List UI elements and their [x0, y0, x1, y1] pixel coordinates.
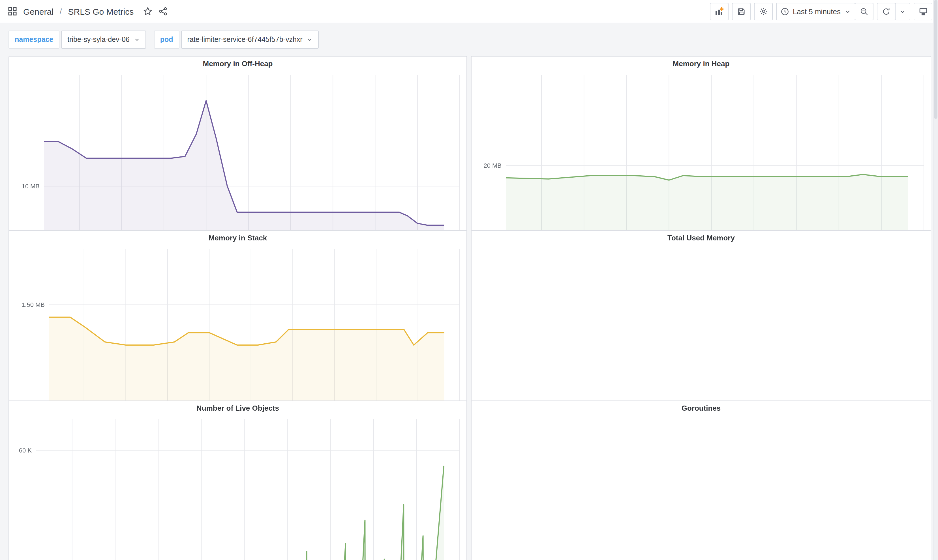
time-range-label: Last 5 minutes — [793, 7, 841, 15]
chevron-down-icon — [134, 37, 140, 42]
save-icon — [737, 7, 746, 15]
scrollbar-thumb[interactable] — [934, 0, 938, 119]
dashboard-settings-button[interactable] — [754, 3, 773, 20]
gear-icon — [759, 7, 768, 16]
svg-text:1.50 MB: 1.50 MB — [22, 301, 45, 308]
panel-goroutines: Goroutines 27 — [471, 400, 931, 560]
panel-title[interactable]: Memory in Off-Heap — [9, 57, 466, 70]
variable-pod-value-text: rate-limiter-service-6f7445f57b-vzhxr — [187, 35, 302, 43]
panel-title[interactable]: Goroutines — [472, 401, 931, 415]
chevron-down-icon — [899, 8, 906, 14]
variable-pod-label[interactable]: pod — [154, 31, 179, 49]
panel-number-of-live-objects: Number of Live Objects 020 K40 K60 K12:3… — [8, 400, 467, 560]
breadcrumb: General / SRLS Go Metrics — [6, 6, 168, 16]
dashboard-title[interactable]: SRLS Go Metrics — [68, 6, 134, 16]
svg-text:60 K: 60 K — [19, 447, 32, 454]
variable-pod: pod rate-limiter-service-6f7445f57b-vzhx… — [154, 31, 319, 49]
refresh-button[interactable] — [877, 3, 896, 20]
variable-namespace: namespace tribe-sy-syla-dev-06 — [8, 31, 146, 49]
monitor-icon — [918, 7, 927, 16]
cycle-view-mode-button[interactable] — [914, 3, 932, 20]
zoom-out-icon — [860, 7, 869, 15]
dashboard-toolbar: Last 5 minutes — [710, 3, 932, 20]
top-nav: General / SRLS Go Metrics — [0, 0, 938, 23]
breadcrumb-section[interactable]: General — [23, 6, 54, 16]
panel-title[interactable]: Total Used Memory — [472, 231, 931, 245]
page-scrollbar[interactable] — [933, 0, 938, 560]
refresh-interval-dropdown[interactable] — [895, 3, 910, 20]
breadcrumb-separator: / — [60, 7, 62, 16]
refresh-icon — [882, 7, 890, 15]
zoom-out-time-button[interactable] — [855, 3, 873, 20]
share-icon[interactable] — [159, 7, 168, 16]
variable-namespace-value-text: tribe-sy-syla-dev-06 — [67, 35, 130, 43]
clock-icon — [781, 7, 789, 15]
panel-title[interactable]: Number of Live Objects — [9, 401, 466, 415]
svg-text:10 MB: 10 MB — [22, 183, 40, 190]
live-objects-chart[interactable]: 020 K40 K60 K12:39:0012:39:3012:40:0012:… — [9, 415, 466, 560]
time-controls: Last 5 minutes — [776, 3, 873, 20]
time-range-picker[interactable]: Last 5 minutes — [776, 3, 855, 20]
variable-namespace-value[interactable]: tribe-sy-syla-dev-06 — [61, 31, 146, 49]
panel-title[interactable]: Memory in Heap — [472, 57, 931, 70]
grafana-dashboard: General / SRLS Go Metrics — [0, 0, 938, 560]
template-variables: namespace tribe-sy-syla-dev-06 pod rate-… — [8, 31, 319, 49]
chevron-down-icon — [845, 8, 851, 14]
chevron-down-icon — [307, 37, 313, 42]
variable-namespace-label[interactable]: namespace — [8, 31, 59, 49]
panel-title[interactable]: Memory in Stack — [9, 231, 466, 245]
apps-grid-icon[interactable] — [8, 7, 17, 16]
star-icon[interactable] — [143, 7, 152, 16]
svg-text:20 MB: 20 MB — [483, 162, 501, 169]
goroutines-stat: 27 — [472, 415, 931, 560]
variable-pod-value[interactable]: rate-limiter-service-6f7445f57b-vzhxr — [181, 31, 319, 49]
add-panel-button[interactable] — [710, 3, 729, 20]
add-panel-icon — [715, 6, 724, 16]
refresh-controls — [877, 3, 910, 20]
save-dashboard-button[interactable] — [732, 3, 751, 20]
